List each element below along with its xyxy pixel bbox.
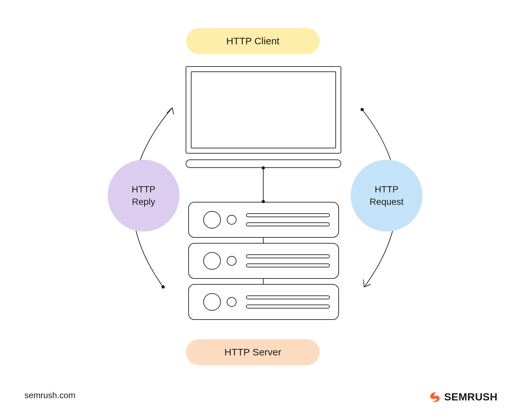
brand-name: SEMRUSH — [444, 391, 498, 403]
svg-point-13 — [204, 252, 221, 269]
right-bubble-line2: Request — [370, 196, 404, 208]
svg-rect-6 — [189, 202, 339, 237]
right-bubble-line1: HTTP — [370, 183, 404, 196]
server-rack-icon — [189, 202, 339, 320]
footer-url: semrush.com — [24, 390, 75, 400]
pill-top-text: HTTP Client — [226, 36, 280, 47]
svg-rect-12 — [189, 243, 339, 278]
svg-rect-16 — [246, 264, 330, 267]
svg-point-8 — [227, 215, 236, 224]
svg-rect-10 — [246, 223, 330, 226]
http-reply-bubble: HTTP Reply — [108, 160, 179, 232]
svg-point-14 — [227, 256, 236, 265]
http-request-bubble: HTTP Request — [351, 160, 422, 232]
client-server-connector — [262, 167, 265, 203]
svg-point-7 — [204, 211, 221, 228]
brand-logo: SEMRUSH — [428, 390, 498, 404]
svg-point-19 — [204, 293, 221, 310]
monitor-icon — [186, 67, 341, 168]
svg-rect-18 — [189, 284, 339, 320]
http-client-label: HTTP Client — [186, 28, 320, 54]
http-server-label: HTTP Server — [186, 339, 320, 365]
svg-point-20 — [227, 297, 236, 307]
left-bubble-line1: HTTP — [131, 183, 155, 196]
svg-rect-21 — [246, 296, 330, 299]
left-bubble-line2: Reply — [131, 196, 155, 208]
svg-rect-22 — [246, 305, 330, 308]
svg-rect-9 — [246, 214, 330, 217]
svg-rect-0 — [186, 67, 341, 153]
svg-rect-1 — [191, 72, 336, 148]
svg-rect-15 — [246, 255, 330, 258]
semrush-flame-icon — [428, 390, 441, 404]
pill-bottom-text: HTTP Server — [224, 347, 281, 358]
